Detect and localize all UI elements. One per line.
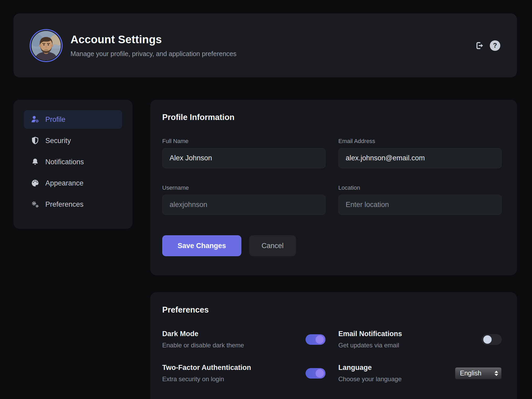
form-actions: Save Changes Cancel [162, 235, 502, 256]
field-username: Username [162, 184, 325, 215]
setting-language: Language Choose your language English [338, 364, 502, 383]
settings-sidebar: Profile Security Notif [14, 100, 132, 229]
select-arrows-icon [495, 371, 498, 376]
setting-email-notifications: Email Notifications Get updates via emai… [338, 330, 502, 349]
language-select[interactable]: English [455, 367, 502, 379]
bell-icon [31, 157, 40, 166]
shield-icon [31, 136, 40, 145]
setting-description: Get updates via email [338, 342, 402, 349]
sidebar-item-preferences[interactable]: Preferences [24, 195, 122, 214]
main-column: Profile Information Full Name Email Addr… [150, 100, 517, 399]
setting-description: Extra security on login [162, 375, 251, 383]
preferences-card: Preferences Dark Mode Enable or disable … [150, 292, 517, 399]
gears-icon [31, 200, 40, 209]
dark-mode-toggle[interactable] [306, 334, 325, 345]
field-label: Email Address [338, 138, 502, 145]
header-actions: ? [475, 40, 500, 51]
sidebar-item-appearance[interactable]: Appearance [24, 174, 122, 193]
logout-button[interactable] [475, 41, 484, 50]
setting-two-factor: Two-Factor Authentication Extra security… [162, 364, 325, 383]
content-row: Profile Security Notif [14, 100, 517, 399]
save-changes-button[interactable]: Save Changes [162, 235, 241, 256]
sidebar-item-label: Notifications [45, 158, 84, 166]
settings-grid: Dark Mode Enable or disable dark theme E… [162, 330, 502, 383]
sidebar-item-label: Security [45, 137, 71, 145]
cancel-button[interactable]: Cancel [249, 235, 296, 256]
help-icon: ? [490, 40, 500, 51]
email-notifications-toggle[interactable] [482, 334, 502, 345]
toggle-knob [316, 335, 324, 344]
user-gear-icon [31, 115, 40, 124]
header-text: Account Settings Manage your profile, pr… [70, 33, 475, 58]
email-input[interactable] [338, 148, 502, 168]
language-select-value: English [460, 369, 481, 377]
field-location: Location [338, 184, 502, 215]
setting-title: Two-Factor Authentication [162, 364, 251, 372]
two-factor-toggle[interactable] [306, 368, 325, 379]
location-input[interactable] [338, 195, 502, 215]
avatar [31, 30, 62, 61]
sidebar-item-label: Profile [45, 116, 66, 124]
profile-field-grid: Full Name Email Address Username Locatio… [162, 138, 502, 215]
page-subtitle: Manage your profile, privacy, and applic… [70, 50, 475, 58]
setting-title: Language [338, 364, 402, 372]
profile-information-card: Profile Information Full Name Email Addr… [150, 100, 517, 275]
setting-description: Enable or disable dark theme [162, 342, 244, 349]
logout-icon [475, 41, 484, 50]
username-input[interactable] [162, 195, 325, 215]
sidebar-item-security[interactable]: Security [24, 131, 122, 150]
sidebar-item-label: Appearance [45, 179, 84, 187]
field-full-name: Full Name [162, 138, 325, 168]
palette-icon [31, 179, 40, 188]
field-label: Location [338, 184, 502, 191]
sidebar-item-notifications[interactable]: Notifications [24, 152, 122, 171]
field-label: Full Name [162, 138, 325, 145]
field-email: Email Address [338, 138, 502, 168]
setting-title: Email Notifications [338, 330, 402, 338]
avatar-photo [31, 31, 61, 60]
setting-dark-mode: Dark Mode Enable or disable dark theme [162, 330, 325, 349]
sidebar-item-label: Preferences [45, 200, 84, 209]
toggle-knob [316, 369, 324, 378]
toggle-knob [483, 335, 492, 344]
field-label: Username [162, 184, 325, 191]
sidebar-item-profile[interactable]: Profile [24, 110, 122, 129]
setting-title: Dark Mode [162, 330, 244, 338]
header-card: Account Settings Manage your profile, pr… [14, 14, 517, 77]
preferences-section-title: Preferences [162, 305, 502, 315]
full-name-input[interactable] [162, 148, 325, 168]
setting-description: Choose your language [338, 375, 402, 383]
help-button[interactable]: ? [490, 40, 500, 51]
profile-section-title: Profile Information [162, 113, 502, 122]
page-title: Account Settings [70, 33, 475, 46]
account-settings-page: Account Settings Manage your profile, pr… [0, 0, 532, 399]
